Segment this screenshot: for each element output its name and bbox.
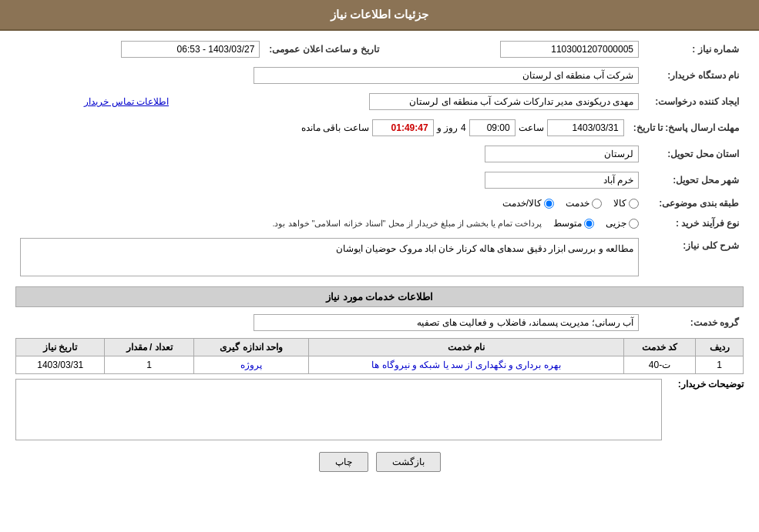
row-city: شهر محل تحویل: خرم آباد — [15, 169, 744, 191]
contact-link[interactable]: اطلاعات تماس خریدار — [84, 96, 169, 107]
need-desc-label: شرح کلی نیاز: — [643, 236, 744, 279]
service-group-value: آب رسانی؛ مدیریت پسماند، فاضلاب و فعالیت… — [254, 314, 639, 331]
remaining-time: 01:49:47 — [372, 119, 434, 136]
creator-value: مهدی دریکوندی مدیر تدارکات شرکت آب منطقه… — [369, 93, 639, 110]
need-number-label: شماره نیاز : — [643, 38, 744, 60]
buyer-notes-row: توضیحات خریدار: — [15, 379, 744, 440]
back-button[interactable]: بازگشت — [376, 452, 441, 472]
row-deadline: مهلت ارسال پاسخ: تا تاریخ: 1403/03/31 سا… — [15, 117, 744, 139]
row-service-group: گروه خدمت: آب رسانی؛ مدیریت پسماند، فاضل… — [15, 312, 744, 333]
deadline-time-label: ساعت — [519, 122, 544, 133]
row-buyer-name: نام دستگاه خریدار: شرکت آب منطقه ای لرست… — [15, 65, 744, 86]
purchase-type-note: پرداخت تمام یا بخشی از مبلغ خریدار از مح… — [272, 219, 542, 229]
service-group-label: گروه خدمت: — [643, 312, 744, 333]
col-code: کد خدمت — [623, 339, 696, 356]
purchase-label-motavasset: متوسط — [553, 218, 582, 229]
content-area: شماره نیاز : 1103001207000005 تاریخ و سا… — [0, 31, 759, 491]
cell-name: بهره برداری و نگهداری از سد یا شبکه و نی… — [309, 356, 623, 374]
announce-datetime-label: تاریخ و ساعت اعلان عمومی: — [264, 38, 394, 60]
province-value: لرستان — [485, 146, 639, 162]
col-date: تاریخ نیاز — [16, 339, 105, 356]
category-radio-kala[interactable] — [629, 199, 639, 209]
page-header: جزئیات اطلاعات نیاز — [0, 0, 759, 31]
table-row: 1 ت-40 بهره برداری و نگهداری از سد یا شب… — [16, 356, 744, 374]
days-value: 4 — [461, 122, 466, 133]
category-label: طبقه بندی موضوعی: — [643, 196, 744, 211]
category-label-both: کالا/خدمت — [502, 198, 542, 209]
cell-row: 1 — [696, 356, 744, 374]
creator-label: ایجاد کننده درخواست: — [643, 91, 744, 112]
row-need-desc: شرح کلی نیاز: مطالعه و بررسی ابزار دقیق … — [15, 236, 744, 279]
action-buttons: بازگشت چاپ — [15, 452, 744, 472]
buyer-notes-box — [15, 379, 662, 440]
services-table-header-row: ردیف کد خدمت نام خدمت واحد اندازه گیری ت… — [16, 339, 744, 356]
cell-date: 1403/03/31 — [16, 356, 105, 374]
buyer-notes-label: توضیحات خریدار: — [667, 379, 744, 390]
deadline-date: 1403/03/31 — [547, 119, 624, 136]
city-value: خرم آباد — [485, 172, 639, 189]
row-creator: ایجاد کننده درخواست: مهدی دریکوندی مدیر … — [15, 91, 744, 112]
row-need-number: شماره نیاز : 1103001207000005 تاریخ و سا… — [15, 38, 744, 60]
purchase-radio-motavasset[interactable] — [584, 219, 594, 229]
purchase-option-jozi: جزیی — [606, 218, 639, 229]
purchase-label-jozi: جزیی — [606, 218, 626, 229]
col-row: ردیف — [696, 339, 744, 356]
services-section-title: اطلاعات خدمات مورد نیاز — [15, 286, 744, 307]
buyer-name-value: شرکت آب منطقه ای لرستان — [254, 67, 639, 84]
col-unit: واحد اندازه گیری — [193, 339, 309, 356]
province-label: استان محل تحویل: — [643, 143, 744, 165]
cell-code: ت-40 — [623, 356, 696, 374]
row-purchase-type: نوع فرآیند خرید : جزیی متوسط — [15, 216, 744, 231]
days-label: روز و — [437, 122, 458, 133]
page-wrapper: جزئیات اطلاعات نیاز شماره نیاز : 1103001… — [0, 0, 759, 532]
category-option-khedmat: خدمت — [566, 198, 602, 209]
category-radio-both[interactable] — [544, 199, 554, 209]
col-quantity: تعداد / مقدار — [105, 339, 193, 356]
col-name: نام خدمت — [309, 339, 623, 356]
cell-quantity: 1 — [105, 356, 193, 374]
purchase-option-motavasset: متوسط — [553, 218, 594, 229]
category-radio-group: کالا خدمت کالا/خدمت — [20, 198, 639, 209]
print-button[interactable]: چاپ — [319, 452, 368, 472]
row-category: طبقه بندی موضوعی: کالا خدمت — [15, 196, 744, 211]
category-option-kala: کالا — [613, 198, 639, 209]
purchase-radio-jozi[interactable] — [629, 219, 639, 229]
cell-unit: پروژه — [193, 356, 309, 374]
category-label-kala: کالا — [613, 198, 626, 209]
need-desc-value: مطالعه و بررسی ابزار دقیق سدهای هاله کرن… — [20, 238, 639, 276]
category-label-khedmat: خدمت — [566, 198, 589, 209]
row-province: استان محل تحویل: لرستان — [15, 143, 744, 165]
city-label: شهر محل تحویل: — [643, 169, 744, 191]
announce-datetime-value: 1403/03/27 - 06:53 — [121, 41, 260, 58]
purchase-type-radio-group: جزیی متوسط — [553, 218, 639, 229]
need-number-value: 1103001207000005 — [500, 41, 639, 58]
buyer-name-label: نام دستگاه خریدار: — [643, 65, 744, 86]
timer-section: 1403/03/31 ساعت 09:00 4 روز و 01:49:47 س… — [20, 119, 624, 136]
deadline-label: مهلت ارسال پاسخ: تا تاریخ: — [629, 117, 744, 139]
page-title: جزئیات اطلاعات نیاز — [331, 8, 428, 21]
services-table: ردیف کد خدمت نام خدمت واحد اندازه گیری ت… — [15, 338, 744, 374]
purchase-type-container: جزیی متوسط پرداخت تمام یا بخشی از مبلغ خ… — [20, 218, 639, 229]
purchase-type-label: نوع فرآیند خرید : — [643, 216, 744, 231]
deadline-time: 09:00 — [469, 119, 516, 136]
remaining-label: ساعت باقی مانده — [301, 122, 369, 133]
category-option-both: کالا/خدمت — [502, 198, 554, 209]
category-radio-khedmat[interactable] — [592, 199, 602, 209]
